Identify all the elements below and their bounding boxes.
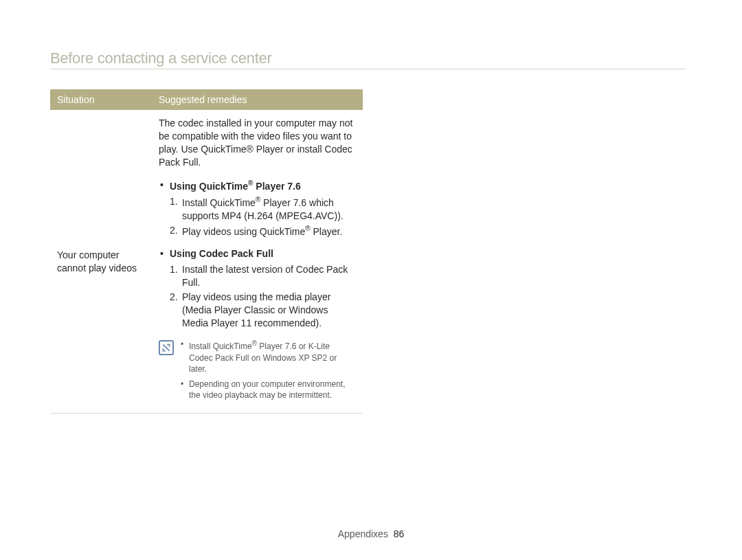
td-situation: Your computer cannot play videos <box>50 110 155 414</box>
section1-steps: 1. Install QuickTime® Player 7.6 which s… <box>159 195 355 238</box>
step-item: 2. Play videos using the media player (M… <box>170 291 355 330</box>
title-underline <box>50 69 686 69</box>
footer-section: Appendixes <box>338 528 388 539</box>
section2-heading-text: Using Codec Pack Full <box>170 247 273 260</box>
bullet-icon: • <box>159 247 170 260</box>
note-icon <box>159 340 174 355</box>
table-body-row: Your computer cannot play videos The cod… <box>50 110 363 414</box>
th-situation: Situation <box>50 94 155 105</box>
section1-heading-text: Using QuickTime® Player 7.6 <box>170 179 301 193</box>
page-title: Before contacting a service center <box>50 49 271 67</box>
section2-steps: 1. Install the latest version of Codec P… <box>159 263 355 329</box>
th-remedies: Suggested remedies <box>155 94 363 105</box>
td-remedies: The codec installed in your computer may… <box>155 110 363 414</box>
intro-text: The codec installed in your computer may… <box>159 117 355 169</box>
footer-page-number: 86 <box>394 528 405 539</box>
step-item: 1. Install QuickTime® Player 7.6 which s… <box>170 195 355 222</box>
note-item: • Install QuickTime® Player 7.6 or K-Lit… <box>181 339 355 374</box>
troubleshooting-table: Situation Suggested remedies Your comput… <box>50 89 363 414</box>
step-item: 1. Install the latest version of Codec P… <box>170 263 355 289</box>
note-content: • Install QuickTime® Player 7.6 or K-Lit… <box>181 339 355 405</box>
footer: Appendixes 86 <box>0 528 742 539</box>
step-item: 2. Play videos using QuickTime® Player. <box>170 224 355 238</box>
note-box: • Install QuickTime® Player 7.6 or K-Lit… <box>159 339 355 405</box>
situation-text: Your computer cannot play videos <box>57 249 148 275</box>
section2-heading: • Using Codec Pack Full <box>159 247 355 260</box>
note-item: • Depending on your computer environment… <box>181 379 355 401</box>
section1-heading: • Using QuickTime® Player 7.6 <box>159 179 355 193</box>
bullet-icon: • <box>159 179 170 192</box>
table-header-row: Situation Suggested remedies <box>50 89 363 110</box>
